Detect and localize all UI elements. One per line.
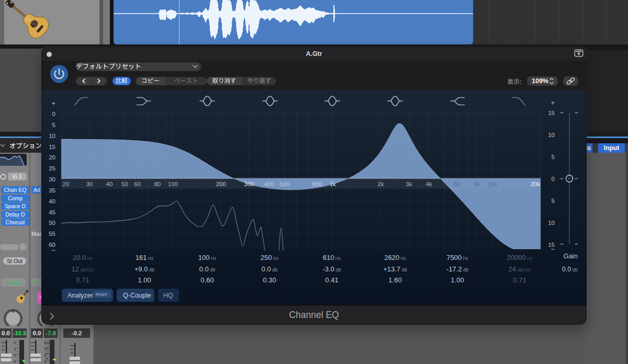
svg-text:30: 30 xyxy=(86,181,93,187)
svg-text:25: 25 xyxy=(49,165,55,172)
svg-text:55: 55 xyxy=(49,231,55,237)
svg-text:30: 30 xyxy=(49,176,55,183)
svg-text:2620 Hz: 2620 Hz xyxy=(384,254,406,261)
svg-text:1k: 1k xyxy=(330,181,336,187)
svg-text:0.71: 0.71 xyxy=(513,276,526,284)
svg-text:0: 0 xyxy=(552,176,555,182)
svg-text:50: 50 xyxy=(49,220,55,226)
svg-text:10: 10 xyxy=(548,220,555,226)
svg-text:0.41: 0.41 xyxy=(325,276,338,284)
svg-text:-3.0 dB: -3.0 dB xyxy=(322,265,341,273)
svg-text:0.0 dB: 0.0 dB xyxy=(262,265,278,273)
svg-text:40: 40 xyxy=(49,198,55,204)
svg-text:40: 40 xyxy=(106,181,113,187)
svg-text:5: 5 xyxy=(552,198,555,204)
svg-text:3k: 3k xyxy=(406,181,412,187)
svg-text:500: 500 xyxy=(279,181,289,187)
svg-text:80: 80 xyxy=(154,181,161,187)
svg-text:0.30: 0.30 xyxy=(263,276,276,284)
svg-text:0.71: 0.71 xyxy=(76,276,89,284)
svg-text:200: 200 xyxy=(216,181,226,187)
svg-text:HQ: HQ xyxy=(163,292,173,299)
svg-text:5: 5 xyxy=(52,122,55,128)
svg-text:-17.2 dB: -17.2 dB xyxy=(446,265,469,273)
svg-text:20: 20 xyxy=(63,181,70,187)
svg-text:2k: 2k xyxy=(378,181,384,187)
svg-text:100 Hz: 100 Hz xyxy=(198,254,216,261)
svg-text:0.0 dB: 0.0 dB xyxy=(562,266,578,273)
svg-text:35: 35 xyxy=(49,187,55,194)
svg-text:7500 Hz: 7500 Hz xyxy=(446,254,468,261)
svg-text:20k: 20k xyxy=(531,181,541,187)
svg-text:0: 0 xyxy=(52,111,55,117)
svg-text:1.00: 1.00 xyxy=(451,276,464,284)
svg-text:−: − xyxy=(51,246,55,254)
svg-text:45: 45 xyxy=(49,209,55,215)
svg-text:+13.7 dB: +13.7 dB xyxy=(383,265,407,273)
svg-text:400: 400 xyxy=(264,181,274,187)
svg-text:5: 5 xyxy=(552,154,555,160)
svg-text:0.0 dB: 0.0 dB xyxy=(199,265,216,273)
svg-text:161 Hz: 161 Hz xyxy=(136,254,153,261)
svg-text:Q-Couple: Q-Couple xyxy=(123,292,151,299)
svg-text:20: 20 xyxy=(49,154,55,161)
svg-text:100: 100 xyxy=(168,181,178,187)
svg-text:10: 10 xyxy=(548,132,555,138)
svg-text:+: + xyxy=(51,99,55,107)
svg-text:10k: 10k xyxy=(488,181,498,187)
svg-text:POST: POST xyxy=(96,292,107,297)
svg-text:15: 15 xyxy=(548,110,555,116)
svg-text:50: 50 xyxy=(121,181,128,187)
svg-text:300: 300 xyxy=(244,181,254,187)
svg-text:Gain: Gain xyxy=(564,252,578,260)
svg-text:10: 10 xyxy=(49,133,55,139)
svg-text:8k: 8k xyxy=(474,181,480,187)
svg-text:0.60: 0.60 xyxy=(200,276,214,284)
svg-text:−: − xyxy=(551,245,555,253)
svg-text:24 dB/Oct: 24 dB/Oct xyxy=(509,265,531,273)
svg-text:12 dB/Oct: 12 dB/Oct xyxy=(72,265,94,273)
svg-text:4k: 4k xyxy=(426,181,432,187)
svg-text:60: 60 xyxy=(134,181,141,187)
svg-text:15: 15 xyxy=(49,144,55,150)
svg-text:1.60: 1.60 xyxy=(388,276,401,284)
svg-text:1.00: 1.00 xyxy=(138,276,151,284)
svg-text:800: 800 xyxy=(312,181,322,187)
svg-text:250 Hz: 250 Hz xyxy=(261,254,278,261)
svg-text:6k: 6k xyxy=(454,181,460,187)
svg-text:Analyzer: Analyzer xyxy=(68,292,93,299)
svg-text:+9.0 dB: +9.0 dB xyxy=(134,265,155,273)
svg-text:610 Hz: 610 Hz xyxy=(323,254,341,261)
svg-text:20.0 Hz: 20.0 Hz xyxy=(73,254,93,261)
svg-text:+: + xyxy=(551,99,555,107)
svg-text:20000 Hz: 20000 Hz xyxy=(507,254,533,261)
